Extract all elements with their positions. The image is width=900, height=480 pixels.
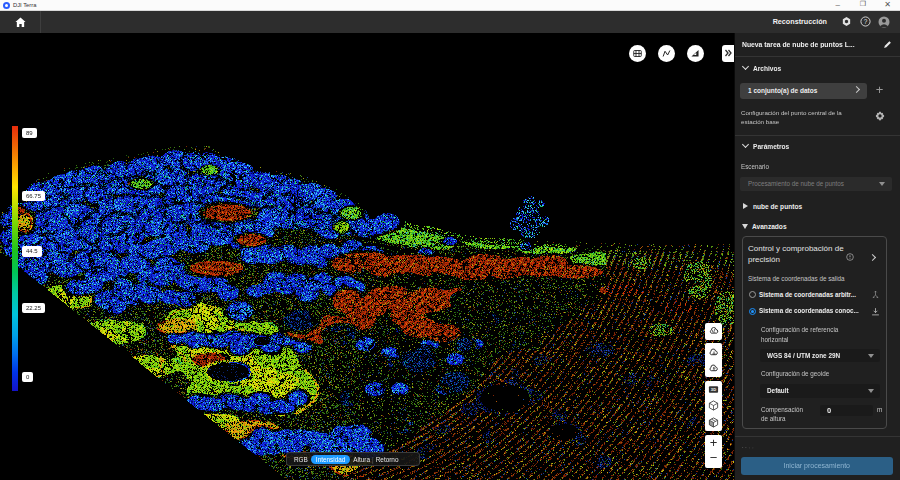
svg-text:?: ?	[864, 18, 868, 25]
svg-text:3D: 3D	[711, 387, 716, 392]
